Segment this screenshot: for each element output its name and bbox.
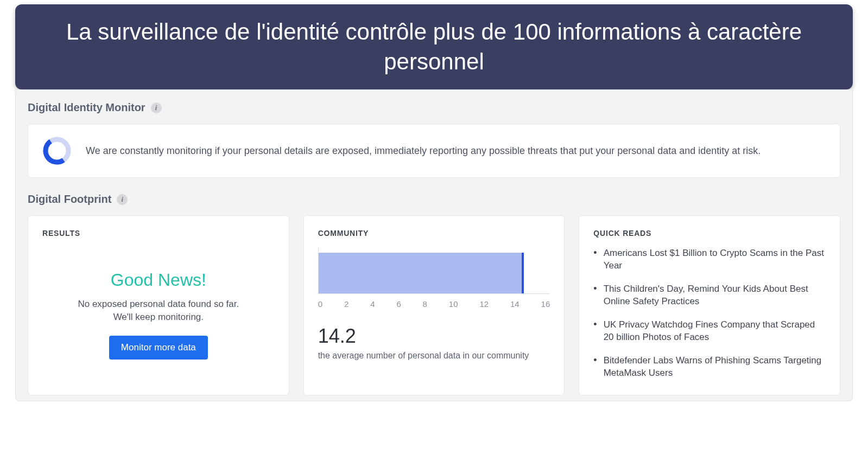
chart-bar	[319, 253, 524, 293]
quick-reads-list: Americans Lost $1 Billion to Crypto Scam…	[593, 247, 826, 380]
digital-footprint-title: Digital Footprint	[28, 193, 111, 206]
results-headline: Good News!	[111, 270, 206, 290]
quick-reads-item[interactable]: Bitdefender Labs Warns of Phishing Scams…	[593, 355, 826, 380]
quick-reads-item[interactable]: This Children's Day, Remind Your Kids Ab…	[593, 283, 826, 308]
promo-banner: La surveillance de l'identité contrôle p…	[15, 4, 853, 89]
chart-tick: 12	[479, 299, 489, 309]
quick-reads-card: QUICK READS Americans Lost $1 Billion to…	[579, 215, 840, 395]
identity-monitor-title: Digital Identity Monitor	[28, 101, 145, 114]
community-card: COMMUNITY 0246810121416 14.2 the average…	[303, 215, 565, 395]
chart-tick: 10	[449, 299, 458, 309]
info-icon[interactable]: i	[151, 102, 162, 113]
results-title: RESULTS	[42, 229, 275, 238]
identity-monitor-heading: Digital Identity Monitor i	[28, 101, 840, 114]
community-average-value: 14.2	[318, 325, 550, 348]
results-subtext: No exposed personal data found so far. W…	[78, 298, 239, 324]
banner-text: La surveillance de l'identité contrôle p…	[66, 19, 802, 74]
community-chart: 0246810121416	[318, 247, 550, 309]
chart-tick: 8	[423, 299, 427, 309]
page-content: Digital Identity Monitor i We are consta…	[15, 89, 853, 401]
digital-footprint-heading: Digital Footprint i	[28, 193, 840, 206]
info-icon[interactable]: i	[117, 194, 128, 205]
footprint-cards: RESULTS Good News! No exposed personal d…	[28, 215, 840, 395]
identity-monitor-description: We are constantly monitoring if your per…	[86, 144, 761, 158]
quick-reads-item[interactable]: UK Privacy Watchdog Fines Company that S…	[593, 319, 826, 344]
chart-bar-marker	[522, 253, 524, 293]
chart-tick: 6	[396, 299, 401, 309]
quick-reads-item[interactable]: Americans Lost $1 Billion to Crypto Scam…	[593, 247, 826, 272]
monitor-more-data-button[interactable]: Monitor more data	[109, 336, 208, 360]
results-card: RESULTS Good News! No exposed personal d…	[28, 215, 289, 395]
chart-tick: 4	[370, 299, 375, 309]
chart-tick: 0	[318, 299, 322, 309]
chart-tick: 14	[510, 299, 519, 309]
progress-ring-icon	[42, 136, 72, 165]
quick-reads-title: QUICK READS	[593, 229, 826, 238]
chart-tick: 16	[541, 299, 550, 309]
chart-tick: 2	[344, 299, 349, 309]
community-average-subtitle: the average number of personal data in o…	[318, 350, 550, 362]
community-title: COMMUNITY	[318, 229, 550, 238]
chart-x-ticks: 0246810121416	[318, 299, 550, 309]
identity-monitor-card: We are constantly monitoring if your per…	[28, 124, 840, 178]
